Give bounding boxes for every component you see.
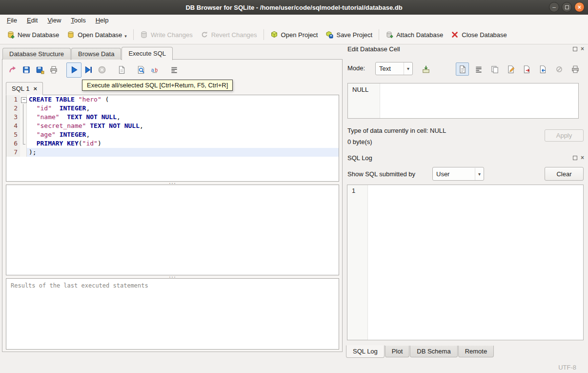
code-line[interactable]: 4 "secret_name" TEXT NOT NULL, — [6, 122, 339, 130]
sql-log-dock-controls: × — [573, 155, 584, 160]
fold-margin — [20, 139, 27, 148]
new-database-button[interactable]: New Database — [3, 28, 63, 41]
write-changes-button[interactable]: Write Changes — [136, 28, 197, 41]
copy-button[interactable] — [488, 62, 501, 76]
write-changes-label: Write Changes — [151, 31, 193, 39]
float-dock-icon[interactable] — [573, 47, 577, 51]
line-number: 1 — [6, 95, 20, 104]
code-line[interactable]: 5 "age" INTEGER, — [6, 130, 339, 139]
execute-all-button[interactable] — [66, 62, 81, 78]
cell-value-editor[interactable]: NULL — [347, 83, 579, 119]
menu-tools[interactable]: Tools — [66, 16, 90, 25]
project-open-icon — [270, 31, 278, 39]
export-cell-button[interactable] — [520, 62, 533, 76]
sql-log-dock-title: SQL Log — [347, 154, 372, 162]
attach-database-button[interactable]: Attach Database — [382, 28, 447, 41]
code-line[interactable]: 7); — [6, 148, 339, 157]
cell-editor-body[interactable] — [380, 83, 578, 118]
float-dock-icon[interactable] — [573, 156, 577, 160]
save-sql-file-as-icon — [36, 65, 44, 74]
mode-combo[interactable]: Text ▾ — [375, 62, 413, 75]
play-icon — [70, 65, 79, 74]
stop-execution-button[interactable] — [95, 63, 109, 77]
code-line[interactable]: 2 "id" INTEGER, — [6, 104, 339, 113]
tooltip: Execute all/selected SQL [Ctrl+Return, F… — [82, 80, 233, 91]
revert-changes-label: Revert Changes — [211, 31, 257, 39]
set-null-button[interactable] — [552, 62, 566, 76]
wrap-lines-button[interactable] — [167, 63, 181, 77]
dock-tab-sql-log[interactable]: SQL Log — [346, 345, 385, 358]
sql-editor-tab[interactable]: SQL 1 × — [6, 82, 43, 95]
sql-log-filter-value: User — [433, 170, 475, 178]
titlebar[interactable]: DB Browser for SQLite - /home/user/code/… — [0, 0, 588, 15]
open-sql-file-icon — [8, 65, 17, 74]
replace-button[interactable]: ab — [148, 63, 162, 77]
import-from-file-button[interactable] — [419, 62, 432, 76]
save-sql-file-button[interactable] — [20, 63, 33, 77]
statusbar: UTF-8 — [0, 361, 588, 373]
menu-file[interactable]: File — [2, 16, 22, 25]
clear-log-button[interactable]: Clear — [545, 167, 584, 181]
results-message-pane[interactable]: Results of the last executed statements — [6, 278, 339, 350]
sql-log-area[interactable]: 1 — [347, 185, 584, 340]
close-dock-icon[interactable]: × — [581, 155, 584, 160]
revert-changes-button[interactable]: Revert Changes — [197, 28, 261, 41]
close-window-button[interactable]: × — [574, 2, 585, 12]
app-window: DB Browser for SQLite - /home/user/code/… — [0, 0, 588, 373]
text-mode-button[interactable] — [456, 62, 469, 76]
import-file-icon — [422, 65, 430, 74]
fold-marker-icon[interactable] — [20, 95, 27, 104]
sql-log-body — [368, 185, 583, 340]
open-sql-file-button[interactable] — [6, 63, 20, 77]
export-arrow-icon — [523, 65, 531, 74]
menu-help[interactable]: Help — [91, 16, 114, 25]
tab-execute-sql[interactable]: Execute SQL — [122, 47, 173, 60]
svg-text:b: b — [155, 67, 158, 73]
copy-icon — [490, 65, 499, 74]
save-sql-file-as-button[interactable] — [33, 63, 47, 77]
dock-tab-db-schema[interactable]: DB Schema — [410, 346, 457, 357]
save-project-button[interactable]: Save Project — [322, 28, 376, 41]
tooltip-text: Execute all/selected SQL [Ctrl+Return, F… — [87, 82, 228, 89]
sql-log-filter-combo[interactable]: User ▾ — [432, 167, 484, 181]
menu-view[interactable]: View — [42, 16, 66, 25]
print-cell-button[interactable] — [568, 62, 582, 76]
word-wrap-icon — [474, 65, 483, 74]
sql-code-editor[interactable]: 1CREATE TABLE "hero" (2 "id" INTEGER,3 "… — [6, 95, 339, 182]
close-tab-icon[interactable]: × — [33, 85, 37, 92]
open-project-button[interactable]: Open Project — [266, 28, 322, 41]
encoding-indicator[interactable]: UTF-8 — [558, 364, 576, 371]
code-line[interactable]: 1CREATE TABLE "hero" ( — [6, 95, 339, 104]
find-button[interactable] — [134, 63, 148, 77]
open-database-label: Open Database — [78, 31, 122, 39]
export-results-button[interactable] — [115, 63, 128, 77]
code-line[interactable]: 6 PRIMARY KEY("id") — [6, 139, 339, 148]
close-dock-icon[interactable]: × — [581, 46, 584, 51]
chevron-down-icon: ▾ — [404, 62, 412, 75]
open-database-button[interactable]: Open Database ▾ — [63, 28, 131, 41]
code-text: "secret_name" TEXT NOT NULL, — [27, 122, 339, 130]
open-project-label: Open Project — [281, 31, 318, 39]
code-line[interactable]: 3 "name" TEXT NOT NULL, — [6, 113, 339, 122]
tab-database-structure[interactable]: Database Structure — [2, 48, 71, 60]
fold-margin — [20, 122, 27, 130]
toolbar-separator — [379, 29, 379, 40]
close-database-button[interactable]: Close Database — [447, 28, 511, 41]
word-wrap-button[interactable] — [472, 62, 485, 76]
execute-current-line-button[interactable] — [81, 63, 95, 77]
import-cell-button[interactable] — [536, 62, 549, 76]
results-grid-pane[interactable] — [6, 185, 339, 275]
maximize-button[interactable] — [562, 2, 572, 12]
menu-edit[interactable]: Edit — [22, 16, 42, 25]
line-number: 2 — [6, 104, 20, 113]
splitter-dots-icon: ··· — [169, 182, 176, 184]
print-sql-button[interactable] — [47, 63, 61, 77]
dock-tab-remote[interactable]: Remote — [458, 346, 494, 357]
edit-cell-button[interactable] — [504, 62, 517, 76]
dock-tab-plot[interactable]: Plot — [385, 346, 409, 357]
apply-button[interactable]: Apply — [545, 129, 584, 142]
minimize-button[interactable]: – — [549, 2, 559, 12]
minimize-icon: – — [552, 4, 556, 11]
tab-browse-data[interactable]: Browse Data — [71, 48, 121, 60]
sql-editor-toolbar: ab — [6, 62, 181, 78]
